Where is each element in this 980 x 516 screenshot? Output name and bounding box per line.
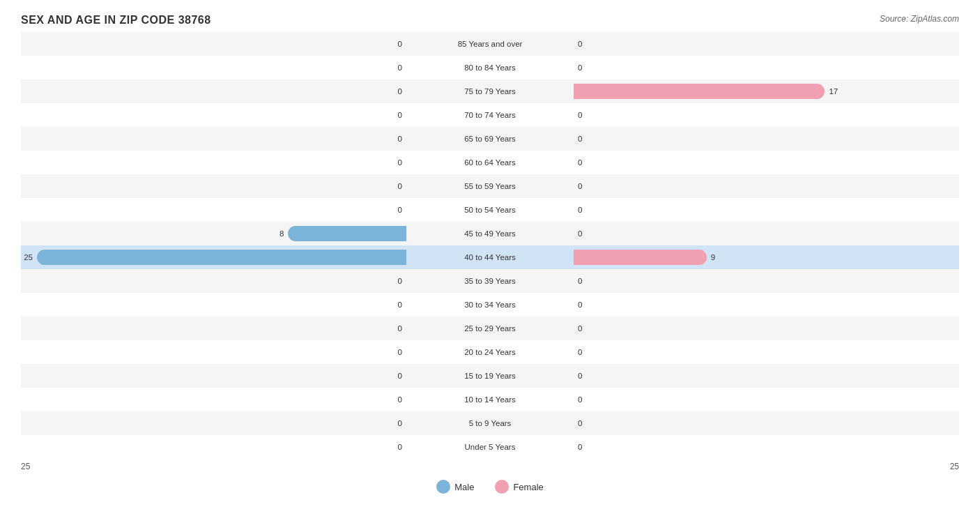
female-value: 0 xyxy=(578,182,582,190)
right-half: 0 xyxy=(574,56,959,79)
bar-row: 010 to 14 Years0 xyxy=(21,388,959,411)
age-label: 85 Years and over xyxy=(406,40,574,48)
female-value: 0 xyxy=(578,111,582,119)
age-label: 55 to 59 Years xyxy=(406,182,574,190)
age-label: 45 to 49 Years xyxy=(406,229,574,238)
right-half: 0 xyxy=(574,364,959,388)
age-label: 75 to 79 Years xyxy=(406,87,574,96)
male-value: 0 xyxy=(398,135,402,143)
female-value: 0 xyxy=(578,229,582,238)
female-value: 0 xyxy=(578,324,582,333)
male-value: 0 xyxy=(398,63,402,72)
bar-row: 030 to 34 Years0 xyxy=(21,293,959,317)
axis-bottom: 25 25 xyxy=(21,459,959,474)
left-half: 0 xyxy=(21,79,406,103)
bar-row: 025 to 29 Years0 xyxy=(21,317,959,340)
female-value: 9 xyxy=(711,253,715,261)
left-half: 0 xyxy=(21,293,406,317)
bar-row: 050 to 54 Years0 xyxy=(21,198,959,222)
bar-row: 065 to 69 Years0 xyxy=(21,127,959,151)
left-half: 0 xyxy=(21,174,406,198)
bar-row: 2540 to 44 Years9 xyxy=(21,245,959,269)
male-value: 0 xyxy=(398,87,402,96)
right-half: 0 xyxy=(574,411,959,435)
male-value: 0 xyxy=(398,182,402,190)
legend-male: Male xyxy=(436,480,474,494)
axis-min-label: 25 xyxy=(21,462,30,471)
right-half: 0 xyxy=(574,317,959,340)
female-value: 0 xyxy=(578,63,582,72)
legend-female: Female xyxy=(495,480,543,494)
age-label: 60 to 64 Years xyxy=(406,158,574,167)
right-half: 0 xyxy=(574,198,959,222)
right-half: 17 xyxy=(574,79,959,103)
bar-row: 015 to 19 Years0 xyxy=(21,364,959,388)
left-half: 0 xyxy=(21,411,406,435)
right-half: 0 xyxy=(574,435,959,459)
chart-container: SEX AND AGE IN ZIP CODE 38768 Source: Zi… xyxy=(0,0,980,516)
bar-row: 085 Years and over0 xyxy=(21,32,959,56)
bar-row: 055 to 59 Years0 xyxy=(21,174,959,198)
left-half: 0 xyxy=(21,317,406,340)
bar-row: 020 to 24 Years0 xyxy=(21,340,959,364)
female-value: 0 xyxy=(578,158,582,167)
chart-title: SEX AND AGE IN ZIP CODE 38768 xyxy=(21,14,959,26)
left-half: 25 xyxy=(21,245,406,269)
bar-row: 845 to 49 Years0 xyxy=(21,222,959,245)
male-value: 0 xyxy=(398,419,402,427)
male-value: 0 xyxy=(398,40,402,48)
female-label: Female xyxy=(513,482,543,492)
female-value: 0 xyxy=(578,277,582,285)
female-value: 17 xyxy=(829,87,838,96)
age-label: 5 to 9 Years xyxy=(406,419,574,427)
female-value: 0 xyxy=(578,443,582,451)
left-half: 0 xyxy=(21,127,406,151)
male-swatch xyxy=(436,480,450,494)
age-label: 70 to 74 Years xyxy=(406,111,574,119)
male-value: 0 xyxy=(398,443,402,451)
male-value: 0 xyxy=(398,277,402,285)
left-half: 0 xyxy=(21,103,406,127)
right-half: 0 xyxy=(574,340,959,364)
left-half: 0 xyxy=(21,32,406,56)
left-half: 0 xyxy=(21,56,406,79)
bar-row: 070 to 74 Years0 xyxy=(21,103,959,127)
left-half: 0 xyxy=(21,388,406,411)
female-value: 0 xyxy=(578,372,582,380)
male-value: 0 xyxy=(398,301,402,309)
bar-row: 05 to 9 Years0 xyxy=(21,411,959,435)
female-swatch xyxy=(495,480,509,494)
male-value: 0 xyxy=(398,158,402,167)
left-half: 0 xyxy=(21,364,406,388)
age-label: 40 to 44 Years xyxy=(406,253,574,261)
chart-area: 085 Years and over0080 to 84 Years0075 t… xyxy=(21,32,959,457)
bar-row: 0Under 5 Years0 xyxy=(21,435,959,459)
female-value: 0 xyxy=(578,395,582,404)
bar-row: 060 to 64 Years0 xyxy=(21,151,959,174)
left-half: 0 xyxy=(21,340,406,364)
female-value: 0 xyxy=(578,206,582,214)
male-value: 0 xyxy=(398,111,402,119)
right-half: 0 xyxy=(574,269,959,293)
right-half: 0 xyxy=(574,388,959,411)
age-label: 30 to 34 Years xyxy=(406,301,574,309)
left-half: 0 xyxy=(21,435,406,459)
left-half: 0 xyxy=(21,269,406,293)
female-value: 0 xyxy=(578,135,582,143)
left-half: 0 xyxy=(21,151,406,174)
bar-row: 080 to 84 Years0 xyxy=(21,56,959,79)
bar-row: 075 to 79 Years17 xyxy=(21,79,959,103)
left-half: 0 xyxy=(21,198,406,222)
male-value: 0 xyxy=(398,348,402,356)
age-label: 20 to 24 Years xyxy=(406,348,574,356)
rows-container: 085 Years and over0080 to 84 Years0075 t… xyxy=(21,32,959,459)
age-label: 50 to 54 Years xyxy=(406,206,574,214)
bar-row: 035 to 39 Years0 xyxy=(21,269,959,293)
right-half: 0 xyxy=(574,151,959,174)
female-value: 0 xyxy=(578,419,582,427)
male-value: 0 xyxy=(398,324,402,333)
male-value: 25 xyxy=(24,253,33,261)
age-label: 65 to 69 Years xyxy=(406,135,574,143)
male-value: 0 xyxy=(398,395,402,404)
right-half: 0 xyxy=(574,32,959,56)
